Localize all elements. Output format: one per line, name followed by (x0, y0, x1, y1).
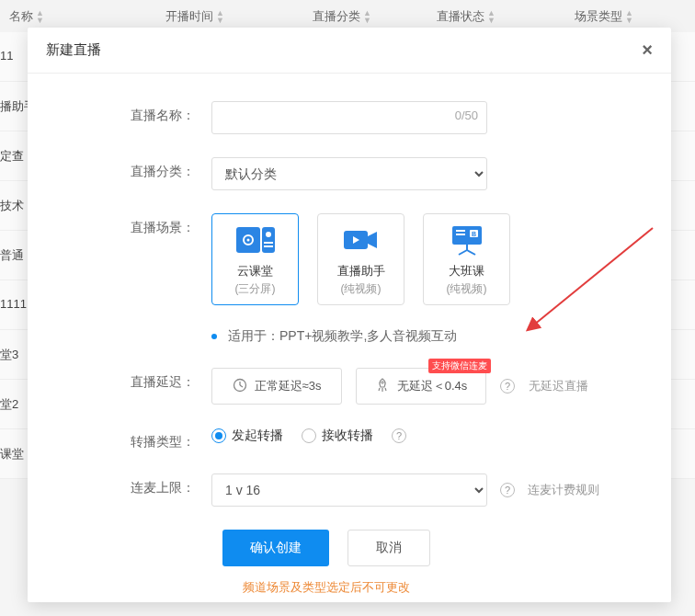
close-icon[interactable]: × (642, 40, 653, 61)
presentation-icon: B (448, 224, 486, 256)
row-mic-limit: 连麦上限： 1 v 16 ? 连麦计费规则 (28, 473, 625, 507)
create-live-modal: 新建直播 × 直播名称： 0/50 直播分类： 默认分类 直播场景 (28, 28, 671, 602)
svg-line-20 (240, 385, 243, 387)
radio-receive[interactable]: 接收转播 (302, 428, 373, 444)
col-start-time[interactable]: 开播时间▲▼ (165, 8, 313, 25)
svg-rect-5 (264, 242, 273, 244)
scene-sub: (纯视频) (447, 281, 487, 297)
scene-sub: (三分屏) (235, 281, 276, 297)
svg-line-23 (385, 388, 386, 391)
footer-buttons: 确认创建 取消 (28, 530, 625, 566)
row-rebroadcast: 转播类型： 发起转播 接收转播 ? (28, 428, 625, 451)
svg-line-16 (459, 250, 467, 255)
wechat-badge: 支持微信连麦 (428, 359, 491, 373)
help-icon[interactable]: ? (500, 379, 515, 394)
clock-icon (233, 378, 247, 395)
radio-icon (211, 428, 226, 443)
svg-marker-8 (368, 232, 377, 248)
select-category[interactable]: 默认分类 (211, 157, 487, 190)
col-category[interactable]: 直播分类▲▼ (313, 8, 437, 25)
svg-rect-11 (456, 230, 465, 232)
sort-icon: ▲▼ (487, 9, 496, 24)
sort-icon: ▲▼ (36, 9, 44, 24)
row-scene: 直播场景： 云课堂 (三分屏) 直播助手 (28, 213, 625, 305)
col-status[interactable]: 直播状态▲▼ (437, 8, 575, 25)
col-name[interactable]: 名称▲▼ (9, 8, 165, 25)
scene-sub: (纯视频) (341, 281, 382, 297)
radio-initiate[interactable]: 发起转播 (211, 428, 283, 444)
svg-line-17 (467, 250, 475, 255)
label-delay: 直播延迟： (28, 368, 211, 391)
radio-icon (302, 428, 316, 443)
svg-point-4 (266, 232, 271, 237)
scene-description: 适用于：PPT+视频教学,多人音视频互动 (211, 328, 625, 345)
col-scene-type[interactable]: 场景类型▲▼ (575, 8, 685, 25)
sort-icon: ▲▼ (216, 9, 224, 24)
svg-rect-3 (262, 227, 275, 253)
sort-icon: ▲▼ (625, 9, 633, 24)
cloud-classroom-icon (236, 224, 275, 256)
select-mic-limit[interactable]: 1 v 16 (211, 473, 487, 507)
scene-live-assistant[interactable]: 直播助手 (纯视频) (317, 213, 404, 305)
help-icon[interactable]: ? (392, 428, 406, 443)
svg-point-21 (382, 381, 383, 382)
row-category: 直播分类： 默认分类 (28, 157, 625, 190)
row-live-name: 直播名称： 0/50 (28, 101, 625, 134)
rocket-icon (375, 378, 390, 395)
confirm-button[interactable]: 确认创建 (222, 530, 329, 566)
warning-text: 频道场景及类型选定后不可更改 (28, 579, 625, 596)
scene-title: 云课堂 (237, 263, 273, 279)
sort-icon: ▲▼ (363, 9, 371, 24)
svg-text:B: B (471, 231, 475, 237)
char-count: 0/50 (455, 108, 478, 122)
input-live-name[interactable] (211, 101, 487, 134)
svg-line-22 (379, 388, 380, 391)
scene-big-class[interactable]: B 大班课 (纯视频) (423, 213, 510, 305)
scene-cloud-classroom[interactable]: 云课堂 (三分屏) (211, 213, 299, 305)
cancel-button[interactable]: 取消 (348, 530, 430, 566)
bullet-icon (211, 334, 217, 339)
svg-point-2 (246, 238, 249, 241)
label-mic-limit: 连麦上限： (28, 473, 211, 496)
label-category: 直播分类： (28, 157, 211, 180)
help-icon[interactable]: ? (500, 483, 515, 497)
scene-title: 大班课 (449, 263, 484, 279)
svg-rect-6 (264, 245, 273, 247)
modal-body: 直播名称： 0/50 直播分类： 默认分类 直播场景： (28, 74, 671, 596)
svg-rect-12 (456, 234, 465, 235)
modal-title: 新建直播 (46, 41, 101, 59)
mic-help-text: 连麦计费规则 (528, 482, 599, 498)
delay-normal[interactable]: 正常延迟≈3s (211, 368, 342, 405)
delay-none[interactable]: 支持微信连麦 无延迟＜0.4s (356, 368, 486, 405)
modal-header: 新建直播 × (28, 28, 671, 74)
delay-help-text: 无延迟直播 (529, 378, 588, 394)
scene-title: 直播助手 (337, 263, 385, 279)
label-rebroadcast: 转播类型： (28, 428, 211, 451)
label-live-name: 直播名称： (28, 101, 211, 124)
row-delay: 直播延迟： 正常延迟≈3s 支持微信连麦 无延迟＜0.4s (28, 368, 625, 405)
label-scene: 直播场景： (28, 213, 211, 236)
video-camera-icon (342, 224, 381, 256)
